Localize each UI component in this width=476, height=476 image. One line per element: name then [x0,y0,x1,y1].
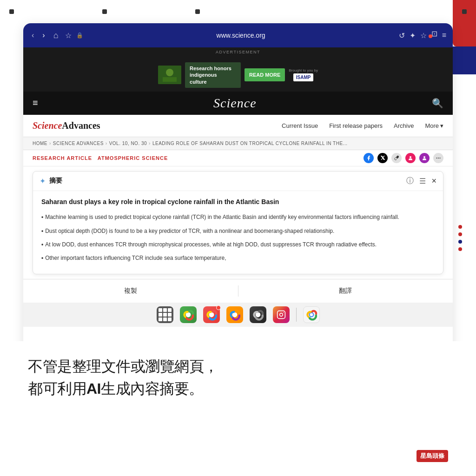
nav-first-release[interactable]: First release papers [329,122,383,129]
svg-point-3 [410,156,411,158]
breadcrumb-article: LEADING ROLE OF SAHARAN DUST ON TROPICAL… [152,141,348,146]
science-logo: Science [213,96,257,111]
hamburger-menu[interactable]: ≡ [33,98,38,108]
article-type-bar: RESEARCH ARTICLE ATMOSPHERIC SCIENCE [23,150,453,166]
link-share-icon[interactable] [391,153,402,163]
side-dot-3 [458,240,462,244]
breadcrumb-section[interactable]: SCIENCE ADVANCES [53,141,104,146]
corner-dot-tr1 [195,9,200,14]
ad-sponsor-label: Brought to you by [289,68,318,73]
side-dot-4 [458,247,462,251]
twitter-share-icon[interactable] [377,153,388,163]
home-button[interactable]: ⌂ [52,29,60,42]
profile-icon-1 [405,153,416,163]
facebook-share-icon[interactable] [364,153,374,163]
promo-text: 不管是整理文件或瀏覽網頁， 都可利用AI生成內容摘要。 [28,355,448,400]
advertisement-wrapper: ADVERTISEMENT Research honors indigenous… [23,47,453,92]
ad-content: Research honors indigenous culture READ … [158,62,318,88]
more-share-icon[interactable] [433,153,443,163]
url-bar[interactable]: www.science.org [88,32,394,39]
brand-logo: 星島頭條 [416,450,448,462]
translate-button[interactable]: 翻譯 [238,284,453,298]
science-navigation: ≡ Science 🔍 [23,92,453,115]
summary-list-icon[interactable]: ☰ [419,177,426,185]
science-advances-logo: ScienceAdvances [33,120,100,131]
ad-read-more-button[interactable]: READ MORE [245,68,285,81]
nav-more[interactable]: More ▾ [425,122,443,129]
ai-sparkle-icon[interactable]: ✦ [410,31,416,40]
brand-logo-text: 星島頭條 [416,450,448,462]
summary-bullet-3: • At low DOD, dust enhances TCR through … [41,240,435,249]
app-dock [23,303,453,327]
svg-point-16 [310,313,313,317]
promo-line-2: 都可利用AI生成內容摘要。 [28,380,204,397]
forward-button[interactable]: › [40,29,46,41]
notification-badge [216,305,221,310]
nav-archive[interactable]: Archive [394,122,414,129]
summary-bullet-4: • Other important factors influencing TC… [41,254,435,263]
bullet-dot-2: • [41,227,43,236]
svg-point-6 [438,158,439,159]
summary-info-icon[interactable]: ⓘ [406,176,414,186]
search-button[interactable]: 🔍 [432,98,443,109]
corner-dot-tm [102,9,107,14]
advances-logo-part: Advances [62,120,100,131]
corner-dot-tr2 [462,9,467,14]
breadcrumb-sep-2: › [106,141,107,146]
action-bar: 複製 翻譯 [23,279,453,303]
chrome-red-wrapper [203,306,220,323]
grid-icon[interactable] [157,306,173,323]
ad-bar[interactable]: Research honors indigenous culture READ … [23,56,453,92]
nav-current-issue[interactable]: Current Issue [282,122,318,129]
svg-point-7 [440,158,441,159]
browser-chrome: ‹ › ⌂ ☆ 🔒 www.science.org ↺ ✦ ☆ ⊡ ≡ [23,23,453,47]
summary-actions: ⓘ ☰ × [406,176,436,186]
ad-headline: Research honors indigenous culture [190,65,236,85]
summary-close-button[interactable]: × [431,176,436,186]
ai-icon: ✦ [40,177,46,185]
breadcrumb-sep-3: › [149,141,151,146]
promo-ai-bold: AI [86,380,101,397]
promo-section: 不管是整理文件或瀏覽網頁， 都可利用AI生成內容摘要。 [0,341,476,476]
ad-sponsor-logo: ISAMP [293,73,314,81]
instagram-icon[interactable] [273,306,290,323]
share-icon[interactable]: ☆ [420,31,427,40]
chrome-dark-icon[interactable] [250,306,266,323]
dock-divider [296,308,297,322]
summary-title: 摘要 [49,177,62,185]
ad-sponsor: Brought to you by ISAMP [289,68,318,81]
menu-icon[interactable]: ≡ [442,31,446,40]
reload-icon[interactable]: ↺ [399,31,405,40]
back-button[interactable]: ‹ [30,29,36,41]
bullet-dot-3: • [41,240,43,249]
breadcrumb-home[interactable]: HOME [33,141,47,146]
bookmark-star-icon[interactable]: ☆ [65,31,72,40]
bullet-dot-1: • [41,213,43,222]
copy-button[interactable]: 複製 [23,284,238,298]
promo-line-1: 不管是整理文件或瀏覽網頁， [28,358,218,375]
chrome-plain-icon[interactable] [303,306,320,323]
breadcrumb-volume[interactable]: VOL. 10, NO. 30 [109,141,147,146]
chrome-orange-icon[interactable] [226,306,243,323]
svg-rect-2 [163,77,177,82]
chevron-down-icon: ▾ [440,122,443,129]
sa-navigation: Current Issue First release papers Archi… [282,122,443,129]
red-bar-right [453,0,476,46]
svg-point-13 [279,313,283,317]
svg-point-4 [423,156,425,158]
summary-main-title: Saharan dust plays a key role in tropica… [41,198,435,207]
side-dots [458,225,462,251]
summary-title-area: ✦ 摘要 [40,177,62,185]
ai-summary-panel: ✦ 摘要 ⓘ ☰ × Saharan dust plays a key role… [33,171,443,274]
side-dot-2 [458,232,462,236]
breadcrumb: HOME › SCIENCE ADVANCES › VOL. 10, NO. 3… [23,137,453,150]
side-dot-1 [458,225,462,229]
summary-body: Saharan dust plays a key role in tropica… [33,191,443,274]
science-logo-part: Science [33,120,62,131]
summary-bullet-1: • Machine learning is used to predict tr… [41,213,435,222]
bullet-dot-4: • [41,254,43,263]
ad-label: ADVERTISEMENT [23,47,453,56]
ad-text-block: Research honors indigenous culture [185,62,241,88]
summary-bullet-2: • Dust optical depth (DOD) is found to b… [41,227,435,236]
chrome-green-icon[interactable] [180,306,197,323]
